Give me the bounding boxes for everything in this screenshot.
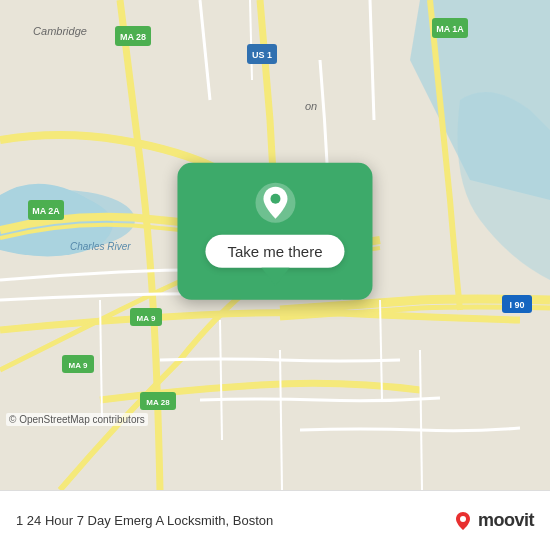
moovit-pin-icon [452,510,474,532]
svg-text:Charles River: Charles River [70,241,131,252]
svg-text:MA 28: MA 28 [146,398,170,407]
location-popup: Take me there [177,163,372,300]
svg-text:on: on [305,100,317,112]
moovit-logo: moovit [452,510,534,532]
svg-text:MA 9: MA 9 [69,361,88,370]
svg-text:I 90: I 90 [509,300,524,310]
svg-text:MA 28: MA 28 [120,32,146,42]
location-pin-icon [253,181,297,225]
svg-text:MA 2A: MA 2A [32,206,60,216]
svg-point-23 [460,516,466,522]
svg-text:US 1: US 1 [252,50,272,60]
svg-text:Cambridge: Cambridge [33,25,87,37]
take-me-there-button[interactable]: Take me there [205,235,344,268]
svg-text:MA 9: MA 9 [137,314,156,323]
map-attribution: © OpenStreetMap contributors [6,413,148,426]
popup-bubble: Take me there [177,163,372,300]
svg-text:MA 1A: MA 1A [436,24,464,34]
svg-point-22 [270,194,280,204]
map-view: MA 28 MA 2A US 1 MA 1A I 90 MA 9 MA 9 MA… [0,0,550,490]
moovit-brand-text: moovit [478,510,534,531]
business-name: 1 24 Hour 7 Day Emerg A Locksmith, Bosto… [16,513,273,528]
footer-bar: 1 24 Hour 7 Day Emerg A Locksmith, Bosto… [0,490,550,550]
